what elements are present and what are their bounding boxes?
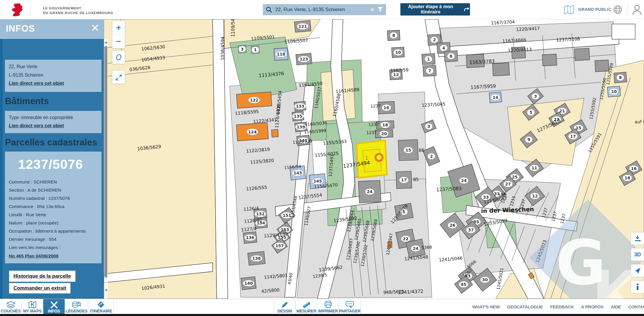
footer-link-aide[interactable]: AIDE bbox=[611, 304, 621, 309]
tool-label: PARTAGER bbox=[339, 309, 360, 313]
svg-text:2: 2 bbox=[433, 37, 436, 42]
svg-text:157: 157 bbox=[275, 243, 284, 248]
download-map-button[interactable] bbox=[631, 232, 644, 245]
bottom-toolbar: COUCHES MY MAPS INFOS LÉGENDES bbox=[0, 299, 644, 314]
tool-dessin[interactable]: DESSIN bbox=[274, 299, 295, 314]
fullscreen-button[interactable] bbox=[112, 71, 125, 84]
footer-link-geocatalogue[interactable]: GEOCATALOGUE bbox=[507, 304, 543, 309]
svg-text:6: 6 bbox=[450, 54, 452, 59]
printer-icon bbox=[324, 300, 333, 309]
scroll-up-arrow[interactable] bbox=[105, 41, 108, 43]
scrollbar-thumb[interactable] bbox=[104, 46, 107, 278]
svg-text:8: 8 bbox=[392, 33, 395, 38]
svg-text:3: 3 bbox=[534, 94, 537, 99]
svg-text:138: 138 bbox=[252, 256, 261, 261]
fullscreen-control bbox=[112, 70, 125, 84]
add-route-step-button[interactable]: Ajouter étape à mon itinéraire bbox=[400, 3, 470, 16]
tab-label: INFOS bbox=[48, 309, 60, 313]
svg-text:1167/59: 1167/59 bbox=[390, 67, 409, 73]
search-filter-icon[interactable] bbox=[377, 7, 383, 13]
toolbar-separator bbox=[113, 300, 114, 313]
footer-link-feedback[interactable]: FEEDBACK bbox=[550, 304, 574, 309]
svg-text:132: 132 bbox=[256, 212, 264, 216]
parcel-row: Commune : SCHIEREN bbox=[9, 179, 57, 185]
map-canvas[interactable]: 1221241183112312113313513914114314513213… bbox=[104, 19, 644, 299]
zoom-in-button[interactable]: + bbox=[112, 21, 125, 35]
svg-text:124: 124 bbox=[248, 130, 256, 134]
info-panel-header: INFOS ✕ bbox=[0, 19, 104, 39]
svg-text:20: 20 bbox=[381, 131, 387, 136]
sidebar-tab-mymaps[interactable]: MY MAPS bbox=[22, 299, 43, 314]
add-route-step-label: Ajouter étape à mon itinéraire bbox=[400, 4, 461, 15]
header-separator bbox=[628, 4, 628, 15]
address-direct-link[interactable]: Lien direct vers cet objet bbox=[5, 78, 101, 86]
search-bar[interactable]: × bbox=[263, 4, 386, 15]
panel-scrollbar[interactable] bbox=[104, 39, 108, 299]
search-input[interactable] bbox=[275, 7, 367, 13]
parcel-number: 1237/5076 bbox=[18, 157, 83, 172]
svg-text:14: 14 bbox=[493, 95, 498, 100]
scroll-down-arrow[interactable] bbox=[105, 289, 108, 291]
cadastral-map[interactable]: 1221241183112312113313513914114314513213… bbox=[104, 19, 644, 299]
map-overlay-box bbox=[612, 24, 635, 39]
layers-icon bbox=[6, 301, 16, 309]
svg-text:140: 140 bbox=[244, 281, 253, 286]
footer-link-contact[interactable]: CONTACT bbox=[628, 304, 644, 309]
footer-link-whats-new[interactable]: WHAT'S NEW bbox=[472, 304, 500, 309]
sidebar-tab-infos[interactable]: INFOS bbox=[43, 299, 65, 314]
gov-logo-text: LE GOUVERNEMENT DU GRAND-DUCHÉ DE LUXEMB… bbox=[43, 6, 113, 15]
svg-text:136: 136 bbox=[246, 235, 254, 240]
parcel-row: Numéro cadastral : 1237/5076 bbox=[9, 196, 70, 201]
geolocate-button[interactable] bbox=[631, 264, 644, 277]
tool-label: IMPRIMER bbox=[318, 309, 338, 313]
building-direct-link[interactable]: Lien direct vers cet objet bbox=[5, 120, 101, 128]
svg-text:11: 11 bbox=[531, 166, 537, 170]
svg-text:10: 10 bbox=[395, 50, 401, 55]
sidebar-tab-couches[interactable]: COUCHES bbox=[0, 299, 21, 314]
sidebar-tab-legendes[interactable]: LÉGENDES bbox=[65, 299, 88, 314]
luxembourg-lion-logo bbox=[10, 2, 27, 18]
svg-text:17: 17 bbox=[401, 178, 407, 182]
parcel-history-button[interactable]: Historique de la parcelle bbox=[9, 271, 75, 282]
zoom-out-button[interactable]: − bbox=[112, 35, 125, 48]
3d-view-button[interactable]: 3D bbox=[631, 248, 644, 261]
legend-icon bbox=[72, 301, 81, 309]
parcel-row: Nature : place (occupée) bbox=[9, 220, 58, 226]
order-extract-button[interactable]: Commander un extrait bbox=[9, 283, 70, 293]
parcel-row: Contenance : 0ha 13a 65ca bbox=[9, 204, 64, 209]
svg-text:123: 123 bbox=[299, 57, 308, 61]
expand-arrows-icon bbox=[115, 74, 122, 81]
profile-mode-label[interactable]: GRAND PUBLIC bbox=[578, 7, 611, 12]
tab-label: LÉGENDES bbox=[66, 309, 87, 313]
tool-imprimer[interactable]: IMPRIMER bbox=[317, 299, 339, 314]
adresses-card: 22, Rue Verte L-9135 Schieren Lien direc… bbox=[5, 60, 101, 92]
svg-text:26: 26 bbox=[450, 223, 455, 228]
footer-link-a-propos[interactable]: A PROPOS bbox=[581, 304, 603, 309]
selected-parcel-marker[interactable] bbox=[376, 154, 383, 161]
svg-text:12: 12 bbox=[532, 194, 538, 198]
svg-text:1036/4594: 1036/4594 bbox=[220, 37, 225, 60]
map-highlight-parcel: 1 bbox=[357, 140, 387, 178]
luxembourg-extent-control bbox=[112, 50, 125, 64]
language-globe-icon[interactable] bbox=[612, 4, 623, 15]
search-clear-icon[interactable]: × bbox=[370, 6, 374, 14]
tool-mesurer[interactable]: MESURER bbox=[296, 299, 317, 314]
svg-text:1237: 1237 bbox=[366, 130, 377, 135]
sidebar-tab-itineraire[interactable]: ITINÉRAIRE bbox=[88, 299, 113, 314]
svg-text:37: 37 bbox=[468, 228, 473, 232]
svg-text:133: 133 bbox=[296, 104, 304, 109]
svg-text:86: 86 bbox=[419, 147, 424, 153]
mesurage-link[interactable]: No 465 Plan 04/06/2008 bbox=[9, 253, 58, 259]
route-arrow-icon bbox=[464, 7, 470, 12]
map-info-button[interactable] bbox=[631, 280, 644, 293]
pencil-icon bbox=[281, 300, 289, 309]
close-icon[interactable]: ✕ bbox=[91, 23, 99, 33]
info-panel-title: INFOS bbox=[6, 23, 35, 34]
tool-partager[interactable]: PARTAGER bbox=[339, 299, 360, 314]
svg-text:17: 17 bbox=[570, 134, 576, 139]
user-account-icon[interactable] bbox=[631, 4, 643, 16]
full-extent-button[interactable] bbox=[112, 51, 125, 64]
toolbar-separator bbox=[360, 300, 361, 313]
building-type-line: Type :immeuble en copropriété bbox=[5, 111, 101, 120]
parcel-row: Lieudit : Rue Verte bbox=[9, 212, 46, 217]
